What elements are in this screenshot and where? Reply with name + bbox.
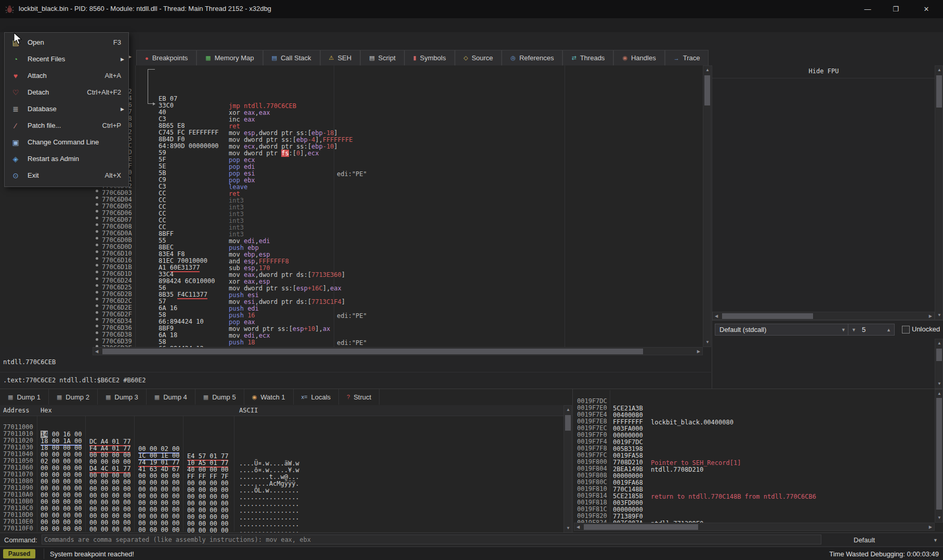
- chevron-down-icon[interactable]: ▼: [933, 538, 938, 543]
- dump-row[interactable]: 770110A0 00 00 00 00 00 00 00 00 00 00 0…: [0, 484, 564, 490]
- stack-row[interactable]: 0019F7FC 7708D210 ntdll.7708D210: [573, 444, 934, 451]
- disasm-row[interactable]: 770C6D36 6A 18 push 18: [0, 302, 703, 309]
- dump-row[interactable]: 77011090 00 00 00 00 00 00 00 00 00 00 0…: [0, 477, 564, 484]
- disasm-row[interactable]: 770C6D25 8B35 F4C11377 mov esi,dword ptr…: [0, 262, 703, 269]
- dump-row[interactable]: 77011020 18 00 00 00 00 00 00 00 74 19 0…: [0, 430, 564, 436]
- dump-row[interactable]: 77011060 00 00 00 00 00 00 00 00 00 00 0…: [0, 457, 564, 463]
- disasm-row[interactable]: 770C6D06 CC int3: [0, 188, 703, 194]
- dump-row[interactable]: 770110E0 00 00 00 00 00 00 00 00 00 00 0…: [0, 511, 564, 517]
- tab-label: Breakpoints: [152, 54, 188, 62]
- disasm-row[interactable]: 770C6D0B 8BEC mov ebp,esp: [0, 215, 703, 221]
- dump-row[interactable]: 770110D0 00 00 00 00 00 00 00 00 00 00 0…: [0, 504, 564, 511]
- argument-row[interactable]: [712, 355, 935, 363]
- argument-row[interactable]: [712, 363, 935, 370]
- hide-fpu-button[interactable]: Hide FPU: [712, 68, 935, 78]
- disasm-row[interactable]: 770C6D3E 8D4424 70 lea eax,dword ptr ss:…: [0, 323, 703, 329]
- disasm-row[interactable]: 770C6D2F 66:894424 10 mov word ptr ss:[e…: [0, 289, 703, 296]
- stack-vscrollbar[interactable]: ▲ ▼: [935, 389, 943, 523]
- dump-row[interactable]: 77011080 00 00 00 00 00 00 00 00 00 00 0…: [0, 470, 564, 477]
- disasm-row[interactable]: 770C6D2E 58 pop eax: [0, 282, 703, 289]
- disasm-row[interactable]: 770C6D39 66:894424 12 mov word ptr ss:[e…: [0, 316, 703, 323]
- disasm-row[interactable]: 770C6D46 33C0 xor eax,eax: [0, 336, 703, 343]
- tab-label: Call Stack: [281, 54, 311, 62]
- disasm-row[interactable]: 770C6D1B 33C4 xor eax,esp: [0, 242, 703, 248]
- calling-convention-select[interactable]: Default (stdcall) ▼: [715, 324, 850, 336]
- disasm-row[interactable]: 770C6D07 CC int3: [0, 194, 703, 201]
- command-input[interactable]: [42, 535, 821, 544]
- stack-row[interactable]: 0019F80C 770C148B return to ntdll.770C14…: [573, 471, 934, 478]
- disasm-row[interactable]: 770C6D08 8BFF mov edi,edi: [0, 201, 703, 208]
- disasm-row[interactable]: 770C6D10 81EC 70010000 sub esp,170: [0, 228, 703, 235]
- dump-row[interactable]: 77011100 00 00 00 00 00 00 00 00 00 00 0…: [0, 524, 564, 531]
- disasm-row[interactable]: 770C6D0D 83E4 F8 and esp,FFFFFFF8: [0, 221, 703, 228]
- disasm-row[interactable]: 770C6D2C 6A 16 push 16: [0, 275, 703, 282]
- registers-pane[interactable]: Hide FPU: [712, 65, 943, 320]
- arg-count-spinner[interactable]: ▼ 5 ▲: [848, 324, 895, 336]
- spinner-down-icon[interactable]: ▼: [852, 324, 856, 336]
- menu-item-label: Exit: [28, 171, 39, 179]
- stack-row[interactable]: 0019F7EC 00000000: [573, 417, 934, 424]
- disasm-row[interactable]: 770C6D2B 57 push edi edi:"PE": [0, 269, 703, 275]
- x32dbg-window: lockbit_black.bin - PID: 8560 - Module: …: [0, 0, 943, 560]
- dump-row[interactable]: 77011010 18 00 1A 00 F4 A4 01 77 1C 00 1…: [0, 423, 564, 430]
- command-profile-select[interactable]: Default: [854, 536, 875, 544]
- disasm-row[interactable]: 770C6D34 8BF9 mov edi,ecx edi:"PE": [0, 296, 703, 302]
- stack-row[interactable]: 0019F81C 771389F0 ntdll.771389F0: [573, 498, 934, 505]
- stack-row[interactable]: 0019F7F8 0019FA58 Pointer to SEH_Record[…: [573, 437, 934, 444]
- registers-vscrollbar[interactable]: ▲ ▼: [935, 65, 943, 320]
- stack-row[interactable]: 0019F810 5CE2185B: [573, 478, 934, 485]
- unlocked-label: Unlocked: [912, 325, 940, 333]
- dump-row[interactable]: 77011030 00 00 00 00 00 00 00 00 41 63 4…: [0, 436, 564, 443]
- dump-row[interactable]: 77011000 14 00 16 00 DC A4 01 77 00 00 0…: [0, 416, 564, 423]
- dump-row[interactable]: 770110F0 00 00 00 00 00 00 00 00 00 00 0…: [0, 517, 564, 524]
- disasm-vscrollbar[interactable]: ▲ ▼: [703, 65, 711, 347]
- header-address: Address: [3, 407, 30, 414]
- dump-row[interactable]: 77011050 00 00 00 00 00 00 00 00 00 00 0…: [0, 450, 564, 457]
- close-button[interactable]: ✕: [910, 0, 943, 18]
- stack-row[interactable]: 0019F7E4 FFFFFFFF: [573, 404, 934, 410]
- dump-row[interactable]: 77011040 02 00 00 00 D4 4C 01 77 00 00 0…: [0, 443, 564, 450]
- disasm-row[interactable]: 770C6D24 56 push esi: [0, 255, 703, 262]
- stack-pane[interactable]: 0019F7DC 5CE21A3B 0019F7E0 00400080 lock…: [572, 389, 943, 533]
- dump-row[interactable]: 770110B0 00 00 00 00 00 00 00 00 00 00 0…: [0, 490, 564, 497]
- dump-tab-icon: ?: [347, 394, 350, 400]
- dump-row[interactable]: 77011070 00 00 00 00 00 00 00 00 00 00 0…: [0, 463, 564, 470]
- registers-hscrollbar[interactable]: ◀ ▶: [712, 312, 935, 320]
- disasm-row[interactable]: 770C6D1D 898424 6C010000 mov dword ptr s…: [0, 248, 703, 255]
- stack-row[interactable]: 0019F818 00000000: [573, 491, 934, 498]
- maximize-button[interactable]: ❐: [882, 0, 910, 18]
- stack-row[interactable]: 0019F828 0019F998: [573, 518, 934, 523]
- stack-row[interactable]: 0019F7DC 5CE21A3B: [573, 390, 934, 397]
- tab-icon: ▤: [369, 55, 374, 61]
- argument-row[interactable]: [712, 339, 935, 347]
- stack-row[interactable]: 0019F814 003FD000: [573, 485, 934, 491]
- stack-row[interactable]: 0019F804 00000000: [573, 458, 934, 464]
- stack-row[interactable]: 0019F7F0 0019F7DC: [573, 424, 934, 431]
- disasm-row[interactable]: 770C6D16 A1 60E31377 mov eax,dword ptr d…: [0, 235, 703, 242]
- disasm-hscrollbar[interactable]: ◀ ▶: [93, 347, 703, 355]
- toolbar: [0, 32, 943, 50]
- dump-row[interactable]: 770110C0 00 00 00 00 00 00 00 00 00 00 0…: [0, 497, 564, 504]
- disasm-row[interactable]: 770C6D42 894424 6C mov dword ptr ss:[esp…: [0, 329, 703, 336]
- stack-hscrollbar[interactable]: ◀ ▶: [574, 523, 935, 531]
- stack-row[interactable]: 0019F808 0019FA68: [573, 464, 934, 471]
- stack-row[interactable]: 0019F824 005B1EE8 L"C:\\Users\\mathieu\\…: [573, 512, 934, 518]
- stack-row[interactable]: 0019F820 007C007A: [573, 505, 934, 512]
- disasm-row[interactable]: 770C6D48 C74424 14 706E0177 mov dword pt…: [0, 343, 703, 347]
- args-vscrollbar[interactable]: ▲ ▼: [935, 339, 943, 389]
- stack-row[interactable]: 0019F800 2BEA149B: [573, 451, 934, 458]
- argument-row[interactable]: [712, 347, 935, 355]
- stack-row[interactable]: 0019F7E0 00400080 lockbit_black.00400080: [573, 397, 934, 404]
- disasm-row[interactable]: 770C6D38 58 pop eax: [0, 309, 703, 316]
- dump-pane[interactable]: ▦ Dump 1 ▦ Dump 2 ▦ Dump 3 ▦ Dump 4 ▦ Du…: [0, 389, 572, 533]
- minimize-button[interactable]: —: [854, 0, 882, 18]
- stack-row[interactable]: 0019F7F4 005B3198: [573, 431, 934, 437]
- disasm-row[interactable]: 770C6D0A 55 push ebp: [0, 208, 703, 215]
- argument-row[interactable]: [712, 370, 935, 378]
- title-bar[interactable]: lockbit_black.bin - PID: 8560 - Module: …: [0, 0, 943, 18]
- stack-row[interactable]: 0019F7E8 003FA000: [573, 410, 934, 417]
- spinner-up-icon[interactable]: ▲: [886, 324, 891, 336]
- dump-vscrollbar[interactable]: ▲ ▼: [564, 405, 572, 533]
- menu-item-label: Change Command Line: [28, 138, 99, 146]
- unlocked-checkbox[interactable]: [902, 326, 910, 334]
